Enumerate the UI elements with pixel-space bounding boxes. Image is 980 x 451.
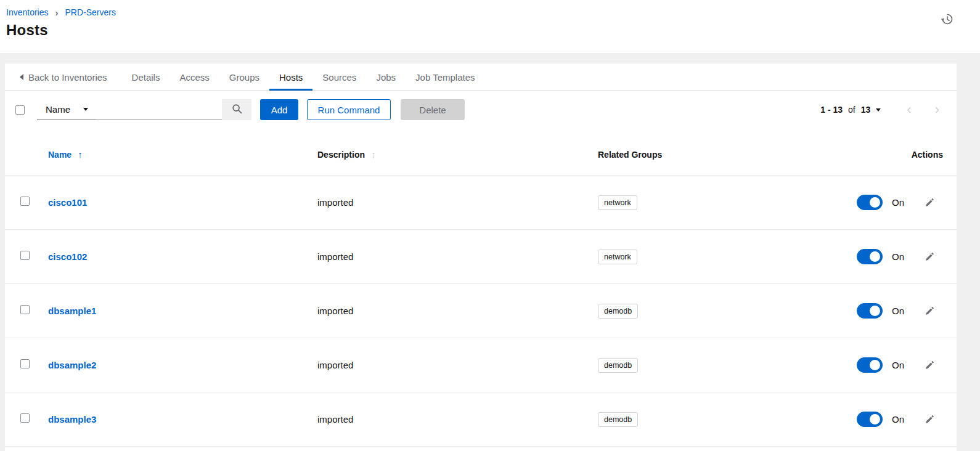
host-name-link[interactable]: dbsample2 <box>48 360 96 370</box>
filter-key-dropdown[interactable]: Name <box>37 99 96 120</box>
host-enabled-toggle[interactable] <box>857 412 883 427</box>
host-description: imported <box>317 414 598 425</box>
tab-hosts[interactable]: Hosts <box>269 63 312 91</box>
edit-host-button[interactable] <box>924 251 936 262</box>
run-command-button[interactable]: Run Command <box>307 99 391 120</box>
related-group-chip[interactable]: network <box>598 195 637 210</box>
column-header-related-groups: Related Groups <box>598 150 857 160</box>
pencil-icon <box>925 200 934 209</box>
row-checkbox[interactable] <box>20 359 30 368</box>
delete-button[interactable]: Delete <box>401 99 465 120</box>
tab-details[interactable]: Details <box>122 63 170 91</box>
pagination-summary-dropdown[interactable]: 1 - 13 of 13 <box>820 105 881 115</box>
history-icon <box>941 18 954 28</box>
related-group-chip[interactable]: network <box>598 250 637 264</box>
breadcrumb-separator-icon: › <box>55 7 58 17</box>
tab-access[interactable]: Access <box>169 63 219 91</box>
row-checkbox[interactable] <box>20 305 30 314</box>
search-filter-group: Name <box>37 99 251 120</box>
tab-bar: Back to Inventories Details Access Group… <box>5 63 957 91</box>
toggle-knob <box>870 251 880 262</box>
host-description: imported <box>317 251 598 262</box>
activity-history-button[interactable] <box>941 12 954 26</box>
table-body: cisco101 imported network On <box>5 176 957 447</box>
pencil-icon <box>925 308 934 317</box>
sort-ascending-icon: ↑ <box>78 149 83 160</box>
add-button[interactable]: Add <box>260 99 298 120</box>
toggle-knob <box>870 414 880 425</box>
chevron-down-icon <box>83 108 88 111</box>
table-row: cisco102 imported network On <box>5 230 957 284</box>
breadcrumb-link-inventories[interactable]: Inventories <box>6 7 48 17</box>
tab-job-templates[interactable]: Job Templates <box>406 63 484 91</box>
search-icon <box>232 104 242 116</box>
pencil-icon <box>925 362 934 372</box>
host-enabled-toggle[interactable] <box>857 195 883 210</box>
tab-groups[interactable]: Groups <box>219 63 269 91</box>
page-title: Hosts <box>6 22 980 39</box>
toggle-state-label: On <box>892 197 904 208</box>
toggle-state-label: On <box>892 414 904 425</box>
table-row: dbsample2 imported demodb On <box>5 338 957 392</box>
row-checkbox[interactable] <box>20 197 30 206</box>
host-description: imported <box>317 306 598 316</box>
pencil-icon <box>925 254 934 263</box>
pagination: 1 - 13 of 13 ‹ › <box>820 103 942 116</box>
host-enabled-toggle[interactable] <box>857 249 883 264</box>
toggle-state-label: On <box>892 251 904 262</box>
hosts-table: Name ↑ Description ↕ Related Groups Acti… <box>5 120 957 447</box>
toggle-state-label: On <box>892 306 904 316</box>
next-page-button[interactable]: › <box>933 103 942 116</box>
pagination-of-label: of <box>848 105 855 115</box>
breadcrumb-link-prd-servers[interactable]: PRD-Servers <box>65 7 115 17</box>
table-row: dbsample1 imported demodb On <box>5 284 957 338</box>
pagination-total: 13 <box>861 105 871 115</box>
edit-host-button[interactable] <box>924 305 936 317</box>
tab-jobs[interactable]: Jobs <box>366 63 406 91</box>
related-group-chip[interactable]: demodb <box>598 304 638 319</box>
previous-page-button[interactable]: ‹ <box>904 103 913 116</box>
edit-host-button[interactable] <box>924 197 936 208</box>
table-header-row: Name ↑ Description ↕ Related Groups Acti… <box>5 120 957 176</box>
back-arrow-icon <box>20 74 23 80</box>
tab-back-to-inventories[interactable]: Back to Inventories <box>20 63 117 91</box>
table-row: cisco101 imported network On <box>5 176 957 230</box>
host-name-link[interactable]: dbsample3 <box>48 414 96 425</box>
host-enabled-toggle[interactable] <box>857 303 883 319</box>
toolbar: Name Add Run Command Delete 1 - 13 of 13 <box>15 99 942 120</box>
toggle-knob <box>870 306 880 316</box>
host-description: imported <box>317 197 598 208</box>
table-row: dbsample3 imported demodb On <box>5 392 957 447</box>
chevron-down-icon <box>876 108 881 112</box>
host-enabled-toggle[interactable] <box>857 357 883 373</box>
breadcrumb: Inventories › PRD-Servers <box>6 6 980 18</box>
toggle-knob <box>870 197 880 208</box>
edit-host-button[interactable] <box>924 359 936 371</box>
edit-host-button[interactable] <box>924 413 936 425</box>
column-header-name[interactable]: Name ↑ <box>48 149 317 160</box>
host-description: imported <box>317 360 598 370</box>
toggle-state-label: On <box>892 360 904 370</box>
host-name-link[interactable]: cisco101 <box>48 197 87 208</box>
tab-sources[interactable]: Sources <box>312 63 366 91</box>
content-card: Back to Inventories Details Access Group… <box>5 63 957 451</box>
row-checkbox[interactable] <box>20 413 30 423</box>
filter-key-label: Name <box>46 104 70 115</box>
toggle-knob <box>870 360 880 370</box>
related-group-chip[interactable]: demodb <box>598 358 638 373</box>
search-input[interactable] <box>96 99 222 120</box>
search-button[interactable] <box>222 99 251 120</box>
page-header: Inventories › PRD-Servers Hosts <box>0 0 980 53</box>
host-name-link[interactable]: cisco102 <box>48 251 87 262</box>
column-header-description[interactable]: Description ↕ <box>317 149 598 160</box>
host-name-link[interactable]: dbsample1 <box>48 306 96 316</box>
related-group-chip[interactable]: demodb <box>598 412 638 427</box>
pagination-range: 1 - 13 <box>820 105 843 115</box>
select-all-checkbox[interactable] <box>15 105 25 115</box>
pencil-icon <box>925 416 934 426</box>
column-header-actions: Actions <box>912 150 957 160</box>
row-checkbox[interactable] <box>20 251 30 260</box>
sort-both-icon: ↕ <box>371 149 376 160</box>
